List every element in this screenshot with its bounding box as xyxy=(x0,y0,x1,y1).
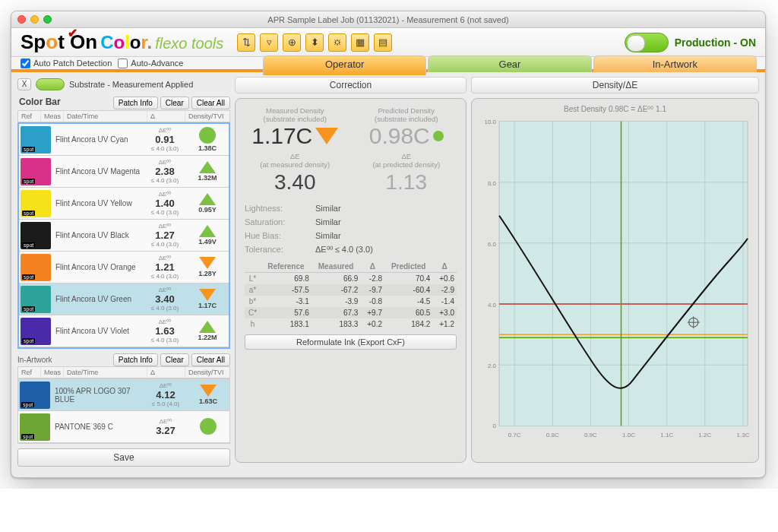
clear-button[interactable]: Clear xyxy=(160,97,189,109)
inartwork-list-header: Ref Meas Date/Time Δ Density/TVI xyxy=(17,366,230,378)
tool-arrows-icon[interactable]: ⇅ xyxy=(237,33,255,52)
delta-cell: ΔE⁰⁰ 4.12 ≤ 5.0 (4.0) xyxy=(144,382,187,407)
ink-name: Flint Ancora UV Yellow xyxy=(52,199,144,207)
density-cell: 0.95Y xyxy=(186,193,229,214)
ink-name: PANTONE 369 C xyxy=(52,423,144,431)
measured-density-label: Measured Density xyxy=(245,106,346,115)
list-item[interactable]: Flint Ancora UV Black ΔE⁰⁰ 1.27 ≤ 4.0 (3… xyxy=(19,220,229,252)
density-down-icon xyxy=(315,128,338,144)
production-switch[interactable] xyxy=(625,33,669,52)
ia-patch-info-button[interactable]: Patch Info xyxy=(113,353,158,366)
patch-info-button[interactable]: Patch Info xyxy=(113,97,158,109)
measured-de-value: 3.40 xyxy=(245,170,346,195)
tab-artwork[interactable]: In-Artwork xyxy=(593,55,757,72)
list-item[interactable]: Flint Ancora UV Green ΔE⁰⁰ 3.40 ≤ 4.0 (3… xyxy=(19,283,229,315)
substrate-switch[interactable] xyxy=(36,78,65,90)
swatch-icon xyxy=(20,382,50,409)
list-item[interactable]: Flint Ancora UV Violet ΔE⁰⁰ 1.63 ≤ 4.0 (… xyxy=(19,315,229,347)
svg-text:10.0: 10.0 xyxy=(484,119,496,125)
svg-text:0.7C: 0.7C xyxy=(508,432,521,439)
delta-cell: ΔE⁰⁰ 1.27 ≤ 4.0 (3.0) xyxy=(144,223,186,248)
list-item[interactable]: Flint Ancora UV Yellow ΔE⁰⁰ 1.40 ≤ 4.0 (… xyxy=(19,188,229,220)
list-item[interactable]: PANTONE 369 C ΔE⁰⁰ 3.27 xyxy=(18,411,229,443)
colorbar-list[interactable]: Flint Ancora UV Cyan ΔE⁰⁰ 0.91 ≤ 4.0 (3.… xyxy=(17,122,230,349)
svg-text:1.2C: 1.2C xyxy=(698,432,711,439)
density-cell xyxy=(187,418,229,435)
list-item[interactable]: Flint Ancora UV Magenta ΔE⁰⁰ 2.38 ≤ 4.0 … xyxy=(19,156,229,188)
delta-cell: ΔE⁰⁰ 1.63 ≤ 4.0 (3.0) xyxy=(144,318,186,344)
density-cell: 1.17C xyxy=(186,289,229,309)
inartwork-list[interactable]: 100% APR LOGO 307 BLUE ΔE⁰⁰ 4.12 ≤ 5.0 (… xyxy=(17,378,230,444)
delta-cell: ΔE⁰⁰ 2.38 ≤ 4.0 (3.0) xyxy=(144,159,186,184)
ia-clear-all-button[interactable]: Clear All xyxy=(191,353,230,366)
lab-table: ReferenceMeasuredΔPredictedΔL*69.866.9-2… xyxy=(245,261,457,330)
colorbar-label: Color Bar xyxy=(19,97,61,107)
main-tabs: Operator Gear In-Artwork xyxy=(262,55,757,75)
tab-gear[interactable]: Gear xyxy=(428,55,591,72)
delta-cell: ΔE⁰⁰ 1.40 ≤ 4.0 (3.0) xyxy=(144,191,186,216)
clear-all-button[interactable]: Clear All xyxy=(191,97,230,109)
svg-text:4.0: 4.0 xyxy=(488,302,497,309)
reformulate-button[interactable]: Reformulate Ink (Export CxF) xyxy=(245,334,457,350)
swatch-icon xyxy=(21,318,51,345)
substrate-label: Substrate - Measurement Applied xyxy=(69,80,193,89)
svg-text:0.8C: 0.8C xyxy=(546,432,559,439)
content: X Substrate - Measurement Applied Color … xyxy=(11,72,765,477)
titlebar: APR Sample Label Job (01132021) - Measur… xyxy=(11,11,765,28)
predicted-de-value: 1.13 xyxy=(356,170,457,195)
ink-name: Flint Ancora UV Cyan xyxy=(52,135,144,144)
production-toggle-group: Production - ON xyxy=(625,33,756,52)
tool-target-icon[interactable]: ▿ xyxy=(260,33,278,52)
attributes-list: Lightness:Similar Saturation:Similar Hue… xyxy=(245,202,457,256)
tool-updown-icon[interactable]: ⬍ xyxy=(305,33,324,52)
density-cell: 1.32M xyxy=(186,161,229,182)
toolbar-icons: ⇅ ▿ ⊕ ⬍ ⛭ ▦ ▤ xyxy=(237,33,392,52)
window-title: APR Sample Label Job (01132021) - Measur… xyxy=(11,15,765,24)
tool-panel1-icon[interactable]: ▦ xyxy=(351,33,369,52)
save-button[interactable]: Save xyxy=(17,448,230,467)
delta-cell: ΔE⁰⁰ 0.91 ≤ 4.0 (3.0) xyxy=(144,127,186,152)
density-de-chart: 10.08.06.0 4.02.00 0.7C0.8C0.9C 1.0C1.1C… xyxy=(478,115,752,449)
correction-header: Correction xyxy=(235,77,466,93)
swatch-icon xyxy=(21,222,51,249)
tool-factory-icon[interactable]: ⛭ xyxy=(328,33,346,52)
list-item[interactable]: 100% APR LOGO 307 BLUE ΔE⁰⁰ 4.12 ≤ 5.0 (… xyxy=(18,379,229,411)
swatch-icon xyxy=(21,158,51,185)
measured-density-value: 1.17C xyxy=(245,123,346,149)
svg-text:1.1C: 1.1C xyxy=(660,432,673,439)
production-label: Production - ON xyxy=(675,36,756,49)
tool-panel2-icon[interactable]: ▤ xyxy=(374,33,392,52)
swatch-icon xyxy=(21,190,51,217)
delta-cell: ΔE⁰⁰ 1.21 ≤ 4.0 (3.0) xyxy=(144,255,186,280)
list-item[interactable]: Flint Ancora UV Orange ΔE⁰⁰ 1.21 ≤ 4.0 (… xyxy=(19,252,229,283)
delta-cell: ΔE⁰⁰ 3.40 ≤ 4.0 (3.0) xyxy=(144,287,186,312)
ink-name: Flint Ancora UV Green xyxy=(52,295,144,303)
list-item[interactable]: Flint Ancora UV Cyan ΔE⁰⁰ 0.91 ≤ 4.0 (3.… xyxy=(19,124,229,156)
ink-name: Flint Ancora UV Black xyxy=(52,231,144,239)
ia-clear-button[interactable]: Clear xyxy=(160,353,189,366)
auto-patch-checkbox[interactable]: Auto Patch Detection xyxy=(21,59,112,68)
ink-name: Flint Ancora UV Violet xyxy=(52,327,144,335)
density-cell: 1.38C xyxy=(186,127,229,152)
ink-name: Flint Ancora UV Orange xyxy=(52,263,144,271)
svg-text:0.9C: 0.9C xyxy=(584,432,597,439)
tab-operator[interactable]: Operator xyxy=(263,55,426,75)
substrate-close-button[interactable]: X xyxy=(17,78,31,90)
correction-column: Correction Measured Density (substrate i… xyxy=(235,77,466,467)
density-cell: 1.63C xyxy=(187,385,229,405)
sub-bar: Auto Patch Detection Auto-Advance Operat… xyxy=(11,57,765,72)
density-header: Density/ΔE xyxy=(471,77,759,93)
brand-row: Spot ✔On Color. flexo tools ⇅ ▿ ⊕ ⬍ ⛭ ▦ … xyxy=(11,28,765,57)
density-column: Density/ΔE Best Density 0.98C = ΔE⁰⁰ 1.1 xyxy=(471,77,759,467)
predicted-density-value: 0.98C xyxy=(356,123,457,149)
ink-name: Flint Ancora UV Magenta xyxy=(52,167,144,176)
ink-name: 100% APR LOGO 307 BLUE xyxy=(52,387,144,404)
correction-panel: Measured Density (substrate included) 1.… xyxy=(235,98,466,463)
svg-text:2.0: 2.0 xyxy=(488,363,497,369)
predicted-density-label: Predicted Density xyxy=(356,106,457,115)
density-cell: 1.28Y xyxy=(186,257,229,277)
tool-crosshair-icon[interactable]: ⊕ xyxy=(283,33,301,52)
svg-text:1.3C: 1.3C xyxy=(736,432,749,439)
auto-advance-checkbox[interactable]: Auto-Advance xyxy=(118,59,183,68)
density-cell: 1.49V xyxy=(186,225,229,245)
